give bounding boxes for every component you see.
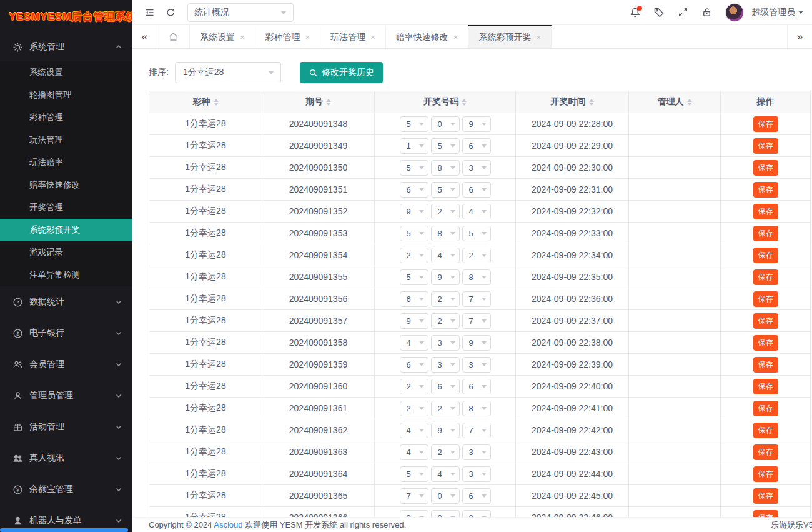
save-button[interactable]: 保存 xyxy=(753,226,778,241)
draw-number-select[interactable]: 9 xyxy=(400,510,428,518)
tabs-scroll-right-icon[interactable]: » xyxy=(787,25,812,48)
draw-number-select[interactable]: 5 xyxy=(462,226,491,241)
close-icon[interactable]: × xyxy=(536,33,541,42)
save-button[interactable]: 保存 xyxy=(753,379,778,394)
draw-number-select[interactable]: 9 xyxy=(400,313,428,329)
save-button[interactable]: 保存 xyxy=(753,116,778,132)
draw-number-select[interactable]: 3 xyxy=(462,466,491,482)
sidebar-group-系统管理[interactable]: 系统管理 xyxy=(0,33,132,61)
save-button[interactable]: 保存 xyxy=(753,423,778,438)
save-button[interactable]: 保存 xyxy=(753,182,778,198)
user-avatar[interactable] xyxy=(725,3,744,22)
draw-number-select[interactable]: 6 xyxy=(462,182,491,198)
save-button[interactable]: 保存 xyxy=(753,444,778,460)
save-button[interactable]: 保存 xyxy=(753,488,778,504)
draw-number-select[interactable]: 3 xyxy=(462,160,491,176)
save-button[interactable]: 保存 xyxy=(753,138,778,154)
close-icon[interactable]: × xyxy=(305,33,310,42)
sidebar-item-开奖管理[interactable]: 开奖管理 xyxy=(0,196,132,219)
draw-number-select[interactable]: 2 xyxy=(431,313,460,329)
sidebar-group-活动管理[interactable]: 活动管理 xyxy=(0,411,132,443)
draw-number-select[interactable]: 9 xyxy=(462,116,491,132)
column-header-开奖时间[interactable]: 开奖时间 xyxy=(516,91,629,113)
sort-carets-icon[interactable] xyxy=(326,99,331,106)
column-header-彩种[interactable]: 彩种 xyxy=(149,91,262,113)
draw-number-select[interactable]: 0 xyxy=(431,510,460,518)
draw-number-select[interactable]: 5 xyxy=(431,182,460,198)
column-header-管理人[interactable]: 管理人 xyxy=(629,91,721,113)
sidebar-group-会员管理[interactable]: 会员管理 xyxy=(0,349,132,380)
sort-carets-icon[interactable] xyxy=(589,99,594,106)
save-button[interactable]: 保存 xyxy=(753,160,778,176)
draw-number-select[interactable]: 8 xyxy=(431,226,460,241)
draw-number-select[interactable]: 4 xyxy=(400,423,428,438)
draw-number-select[interactable]: 4 xyxy=(400,335,428,351)
draw-number-select[interactable]: 6 xyxy=(462,138,491,154)
collapse-menu-icon[interactable] xyxy=(139,3,160,22)
draw-number-select[interactable]: 6 xyxy=(400,357,428,373)
draw-number-select[interactable]: 8 xyxy=(462,510,491,518)
user-menu[interactable]: 超级管理员 xyxy=(751,7,803,18)
draw-number-select[interactable]: 8 xyxy=(462,269,491,285)
draw-number-select[interactable]: 2 xyxy=(431,444,460,460)
sidebar-item-注单异常检测[interactable]: 注单异常检测 xyxy=(0,264,132,286)
sidebar-group-真人视讯[interactable]: 真人视讯 xyxy=(0,443,132,474)
save-button[interactable]: 保存 xyxy=(753,401,778,416)
save-button[interactable]: 保存 xyxy=(753,269,778,285)
draw-number-select[interactable]: 5 xyxy=(400,226,428,241)
save-button[interactable]: 保存 xyxy=(753,510,778,518)
tabs-scroll-left-icon[interactable]: « xyxy=(132,25,157,48)
sidebar-item-系统彩预开奖[interactable]: 系统彩预开奖 xyxy=(0,219,132,241)
draw-number-select[interactable]: 0 xyxy=(431,488,460,504)
draw-number-select[interactable]: 6 xyxy=(462,488,491,504)
draw-number-select[interactable]: 4 xyxy=(462,204,491,219)
sort-carets-icon[interactable] xyxy=(687,99,692,106)
ascloud-link[interactable]: Ascloud xyxy=(214,520,242,529)
draw-number-select[interactable]: 4 xyxy=(400,444,428,460)
draw-number-select[interactable]: 9 xyxy=(462,335,491,351)
column-header-期号[interactable]: 期号 xyxy=(262,91,375,113)
sidebar-item-玩法赔率[interactable]: 玩法赔率 xyxy=(0,151,132,174)
draw-number-select[interactable]: 5 xyxy=(400,269,428,285)
tab-赔率快速修改[interactable]: 赔率快速修改× xyxy=(386,25,469,48)
sidebar-group-管理员管理[interactable]: 管理员管理 xyxy=(0,380,132,411)
tab-系统彩预开奖[interactable]: 系统彩预开奖× xyxy=(468,25,552,48)
draw-number-select[interactable]: 2 xyxy=(400,401,428,416)
draw-number-select[interactable]: 6 xyxy=(400,291,428,307)
draw-number-select[interactable]: 5 xyxy=(400,160,428,176)
draw-number-select[interactable]: 7 xyxy=(400,488,428,504)
draw-number-select[interactable]: 3 xyxy=(431,357,460,373)
save-button[interactable]: 保存 xyxy=(753,335,778,351)
notifications-bell-icon[interactable] xyxy=(625,3,645,22)
nav-section-select[interactable]: 统计概况 xyxy=(187,3,294,22)
draw-number-select[interactable]: 3 xyxy=(462,357,491,373)
close-icon[interactable]: × xyxy=(240,33,245,42)
draw-number-select[interactable]: 0 xyxy=(431,116,460,132)
draw-number-select[interactable]: 6 xyxy=(462,379,491,394)
save-button[interactable]: 保存 xyxy=(753,357,778,373)
tag-icon[interactable] xyxy=(649,3,669,22)
sidebar-group-数据统计[interactable]: 数据统计 xyxy=(0,286,132,318)
sidebar-item-系统设置[interactable]: 系统设置 xyxy=(0,61,132,84)
sidebar-item-赔率快速修改[interactable]: 赔率快速修改 xyxy=(0,174,132,196)
draw-number-select[interactable]: 5 xyxy=(400,116,428,132)
lock-icon[interactable] xyxy=(696,3,716,22)
draw-number-select[interactable]: 5 xyxy=(431,138,460,154)
draw-number-select[interactable]: 9 xyxy=(431,269,460,285)
sidebar-item-玩法管理[interactable]: 玩法管理 xyxy=(0,129,132,151)
draw-number-select[interactable]: 2 xyxy=(400,379,428,394)
draw-number-select[interactable]: 6 xyxy=(400,182,428,198)
sidebar-item-轮播图管理[interactable]: 轮播图管理 xyxy=(0,84,132,106)
column-header-开奖号码[interactable]: 开奖号码 xyxy=(375,91,516,113)
close-icon[interactable]: × xyxy=(453,33,458,42)
sort-carets-icon[interactable] xyxy=(462,99,467,106)
draw-number-select[interactable]: 3 xyxy=(462,444,491,460)
draw-number-select[interactable]: 2 xyxy=(462,248,491,263)
tab-玩法管理[interactable]: 玩法管理× xyxy=(320,25,386,48)
draw-number-select[interactable]: 8 xyxy=(431,160,460,176)
fullscreen-icon[interactable] xyxy=(673,3,693,22)
sort-select[interactable]: 1分幸运28 xyxy=(175,62,281,83)
sidebar-group-电子银行[interactable]: $ 电子银行 xyxy=(0,318,132,349)
sort-carets-icon[interactable] xyxy=(214,99,219,106)
sidebar-item-游戏记录[interactable]: 游戏记录 xyxy=(0,241,132,264)
